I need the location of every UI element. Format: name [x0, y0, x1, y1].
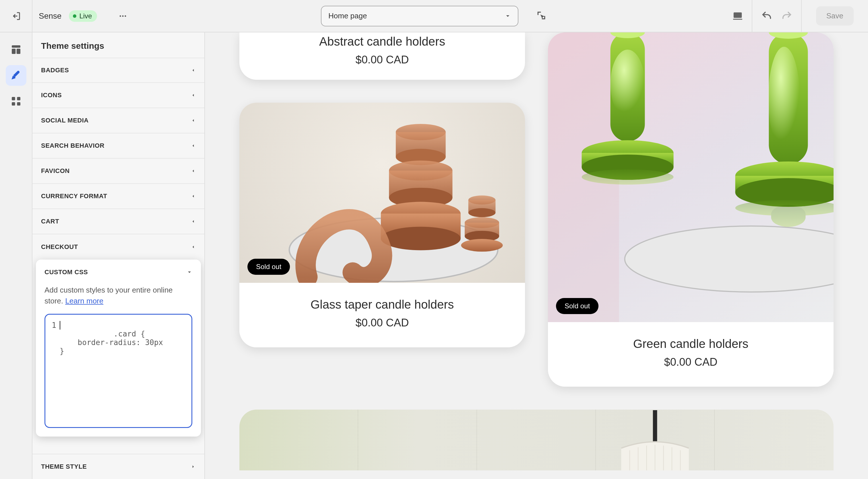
svg-point-37 [611, 49, 645, 118]
product-image-green: Sold out [548, 32, 834, 322]
product-price: $0.00 CAD [548, 356, 834, 368]
rail-theme-settings-button[interactable] [6, 65, 26, 86]
topbar-left: Sense Live [0, 0, 131, 32]
product-card-glass[interactable]: Sold out Glass taper candle holders $0.0… [239, 103, 525, 347]
accordion-currency-format[interactable]: CURRENCY FORMAT [32, 184, 205, 209]
svg-point-21 [381, 227, 461, 250]
accordion-icons[interactable]: ICONS [32, 83, 205, 108]
store-name: Sense [39, 11, 61, 21]
card-body: Green candle holders $0.00 CAD [548, 322, 834, 387]
topbar-right: Save [724, 0, 862, 32]
product-title: Abstract candle holders [239, 35, 525, 48]
chevron-left-icon [191, 68, 196, 73]
wide-cell [715, 410, 834, 470]
chevron-left-icon [191, 93, 196, 98]
svg-point-0 [120, 15, 121, 16]
help-text-pre: Add custom styles to [44, 286, 115, 294]
accordion-label: CART [41, 218, 59, 225]
learn-more-link[interactable]: Learn more [65, 297, 103, 305]
accordion-custom-css[interactable]: CUSTOM CSS [36, 260, 201, 285]
exit-button[interactable] [0, 0, 32, 32]
more-actions-button[interactable] [114, 7, 131, 25]
live-badge: Live [69, 10, 97, 22]
custom-css-panel: CUSTOM CSS Add custom styles to your ent… [36, 260, 201, 437]
svg-rect-10 [17, 102, 20, 106]
product-price: $0.00 CAD [239, 54, 525, 66]
rail-sections-button[interactable] [6, 39, 26, 60]
code-area[interactable]: .card { border-radius: 30px } [60, 315, 191, 427]
custom-css-help: Add custom styles to your entire online … [44, 285, 192, 306]
svg-point-24 [468, 208, 496, 217]
chevron-left-icon [191, 118, 196, 123]
inspector-button[interactable] [536, 10, 547, 22]
desktop-view-button[interactable] [732, 11, 743, 22]
svg-point-1 [122, 15, 124, 16]
undo-button[interactable] [761, 10, 772, 22]
redo-button[interactable] [781, 10, 793, 22]
accordion-badges[interactable]: BADGES [32, 58, 205, 83]
svg-rect-8 [17, 97, 20, 100]
viewport-group [724, 0, 752, 32]
svg-point-28 [461, 239, 503, 251]
product-card-abstract[interactable]: Abstract candle holders $0.00 CAD [239, 32, 525, 80]
main: Theme settings BADGES ICONS SOCIAL MEDIA… [0, 32, 868, 479]
soldout-badge: Sold out [247, 259, 290, 275]
live-text: Live [79, 12, 92, 20]
sections-icon [10, 44, 22, 55]
svg-point-44 [768, 47, 800, 150]
product-image-glass: Sold out [239, 103, 525, 283]
accordion-favicon[interactable]: FAVICON [32, 159, 205, 184]
accordion-checkout[interactable]: CHECKOUT [32, 234, 205, 260]
accordion-social-media[interactable]: SOCIAL MEDIA [32, 108, 205, 133]
page-selector[interactable]: Home page [321, 6, 518, 26]
wide-bottom-section[interactable] [239, 410, 834, 470]
preview-scroll[interactable]: Abstract candle holders $0.00 CAD [214, 32, 859, 470]
accordion-label: BADGES [41, 67, 69, 74]
product-price: $0.00 CAD [239, 317, 525, 329]
left-rail [0, 32, 32, 479]
wide-cell [596, 410, 715, 470]
redo-icon [781, 10, 793, 22]
accordion-label: FAVICON [41, 167, 70, 175]
caret-down-icon [187, 269, 192, 275]
product-card-green[interactable]: Sold out Green candle holders $0.00 CAD [548, 32, 834, 387]
svg-rect-3 [733, 12, 742, 18]
save-group: Save [801, 0, 862, 32]
accordion-cart[interactable]: CART [32, 209, 205, 234]
inspector-icon [536, 10, 547, 21]
undo-redo-group [752, 0, 801, 32]
rail-apps-button[interactable] [6, 91, 26, 111]
svg-point-2 [125, 15, 126, 16]
custom-css-body: Add custom styles to your entire online … [36, 285, 201, 437]
desktop-icon [732, 11, 743, 22]
topbar-center: Home page [321, 6, 547, 26]
chevron-left-icon [191, 194, 196, 199]
accordion-label: SEARCH BEHAVIOR [41, 142, 104, 149]
product-title: Glass taper candle holders [239, 298, 525, 311]
decor-svg [239, 410, 358, 470]
save-button[interactable]: Save [816, 6, 854, 26]
svg-rect-6 [17, 49, 20, 54]
chevron-left-icon [191, 219, 196, 224]
css-code-editor[interactable]: 1 .card { border-radius: 30px } [44, 314, 192, 428]
live-indicator-dot [73, 14, 76, 18]
paintbrush-icon [10, 69, 22, 81]
undo-icon [761, 10, 772, 22]
text-cursor [60, 321, 60, 330]
code-content: .card { border-radius: 30px } [60, 330, 163, 355]
chevron-left-icon [191, 244, 196, 249]
apps-icon [10, 96, 22, 107]
svg-rect-5 [12, 49, 16, 54]
accordion-label: SOCIAL MEDIA [41, 117, 89, 124]
accordion-theme-style[interactable]: THEME STYLE [32, 454, 205, 479]
soldout-badge: Sold out [556, 298, 598, 314]
svg-point-38 [582, 170, 674, 185]
svg-rect-7 [12, 97, 15, 100]
svg-rect-9 [12, 102, 15, 106]
accordion-label: THEME STYLE [41, 463, 87, 470]
chevron-left-icon [191, 168, 196, 174]
accordion-label: CUSTOM CSS [44, 269, 88, 276]
svg-rect-46 [771, 205, 806, 227]
accordion-search-behavior[interactable]: SEARCH BEHAVIOR [32, 133, 205, 159]
product-image-svg [239, 103, 525, 283]
